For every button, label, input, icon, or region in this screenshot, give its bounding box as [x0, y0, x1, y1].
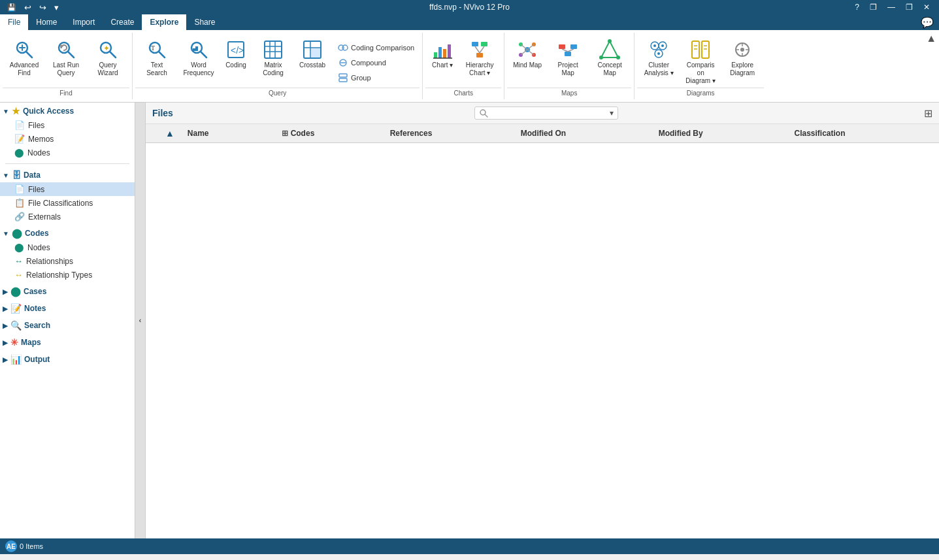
crosstab-btn[interactable]: Crosstab	[295, 37, 330, 84]
sidebar-group-data[interactable]: ▼ 🗄 Data	[0, 168, 135, 182]
qat-redo[interactable]: ↪	[37, 2, 48, 13]
memos-icon: 📝	[14, 134, 25, 144]
col-modified-by-header[interactable]: Modified By	[652, 124, 788, 143]
matrix-coding-btn[interactable]: Matrix Coding	[253, 37, 293, 84]
hierarchy-chart-btn[interactable]: Hierarchy Chart ▾	[459, 37, 500, 84]
col-separator	[262, 124, 275, 143]
sidebar-group-search[interactable]: ▶ 🔍 Search	[0, 318, 135, 333]
project-map-btn[interactable]: Project Map	[548, 37, 588, 84]
sidebar-item-qa-files[interactable]: 📄 Files	[0, 118, 135, 132]
rel-types-icon: ↔	[14, 270, 23, 280]
text-search-label: Text Search	[141, 61, 173, 77]
col-modified-on-header[interactable]: Modified On	[514, 124, 652, 143]
view-options-btn[interactable]: ⊞	[924, 107, 932, 120]
data-icon: 🗄	[12, 170, 21, 180]
sidebar-item-externals[interactable]: 🔗 Externals	[0, 210, 135, 223]
col-references-label: References	[390, 129, 433, 138]
expand-data-icon: ▼	[3, 172, 9, 179]
sidebar-group-notes[interactable]: ▶ 📝 Notes	[0, 301, 135, 316]
content-header: Files ▾ ⊞	[146, 103, 939, 124]
sidebar-section-search: ▶ 🔍 Search	[0, 317, 135, 334]
compound-btn[interactable]: Compound	[334, 56, 418, 70]
sidebar-item-nodes[interactable]: ⬤ Nodes	[0, 240, 135, 254]
restore-btn[interactable]: ❐	[866, 3, 881, 12]
chart-btn[interactable]: Chart ▾	[427, 37, 458, 84]
maximize-btn[interactable]: ❐	[902, 3, 917, 12]
coding-comparison-icon	[338, 42, 348, 53]
group-btn[interactable]: Group	[334, 71, 418, 85]
svg-rect-18	[265, 41, 282, 58]
sidebar-item-relationships[interactable]: ↔ Relationships	[0, 254, 135, 268]
sidebar-group-quick-access[interactable]: ▼ ★ Quick Access	[0, 104, 135, 118]
comparison-diagram-btn[interactable]: Comparison Diagram ▾	[680, 37, 721, 84]
sidebar-item-qa-nodes[interactable]: ⬤ Nodes	[0, 146, 135, 159]
sidebar-group-output[interactable]: ▶ 📊 Output	[0, 352, 135, 367]
qat-more[interactable]: ▾	[52, 2, 61, 13]
menu-home[interactable]: Home	[28, 14, 65, 30]
qa-files-label: Files	[28, 121, 44, 130]
codes-icon: ⬤	[12, 228, 22, 239]
minimize-btn[interactable]: —	[883, 3, 899, 12]
content-search-input[interactable]	[491, 108, 610, 118]
last-run-query-btn[interactable]: Last Run Query	[46, 37, 86, 84]
svg-rect-34	[438, 47, 442, 58]
menu-explore[interactable]: Explore	[142, 14, 186, 30]
sidebar-item-file-classifications[interactable]: 📋 File Classifications	[0, 196, 135, 210]
qat-undo[interactable]: ↩	[22, 2, 33, 13]
menu-create[interactable]: Create	[103, 14, 142, 30]
sidebar-item-data-files[interactable]: 📄 Files	[0, 182, 135, 196]
explore-diagram-btn[interactable]: Explore Diagram	[722, 37, 763, 84]
col-name-header[interactable]: Name	[181, 124, 262, 143]
codes-label: Codes	[25, 229, 49, 238]
search-dropdown-btn[interactable]: ▾	[610, 108, 614, 118]
concept-map-btn[interactable]: Concept Map	[589, 37, 630, 84]
advanced-find-btn[interactable]: Advanced Find	[4, 37, 44, 84]
svg-line-41	[475, 46, 480, 53]
expand-cases-icon: ▶	[3, 288, 8, 295]
sidebar-item-relationship-types[interactable]: ↔ Relationship Types	[0, 268, 135, 282]
col-sort-icon[interactable]: ▲	[146, 124, 181, 143]
svg-line-5	[68, 52, 74, 58]
sidebar-section-codes: ▼ ⬤ Codes ⬤ Nodes ↔ Relationships ↔ Rela…	[0, 225, 135, 283]
svg-line-55	[562, 49, 568, 52]
sidebar-toggle-btn[interactable]: ‹	[135, 103, 146, 538]
chat-icon: 💬	[921, 16, 934, 29]
text-search-btn[interactable]: T Text Search	[137, 37, 177, 84]
sidebar-group-maps[interactable]: ▶ ✳ Maps	[0, 335, 135, 350]
ribbon: ▲ Advanced Find	[0, 30, 939, 103]
svg-rect-40	[476, 53, 483, 58]
sidebar-group-cases[interactable]: ▶ ⬤ Cases	[0, 284, 135, 299]
qat-save[interactable]: 💾	[5, 3, 18, 12]
sidebar-section-quick-access: ▼ ★ Quick Access 📄 Files 📝 Memos ⬤ Nodes	[0, 103, 135, 161]
diagrams-group-label: Diagrams	[637, 88, 764, 98]
ribbon-collapse-btn[interactable]: ▲	[926, 33, 936, 44]
svg-line-10	[159, 52, 165, 58]
sidebar-group-codes[interactable]: ▼ ⬤ Codes	[0, 226, 135, 240]
crosstab-label: Crosstab	[299, 61, 325, 69]
svg-rect-68	[702, 41, 709, 58]
maps-group-label: Maps	[507, 88, 631, 98]
svg-rect-52	[559, 44, 565, 49]
col-codes-header[interactable]: ⊞ Codes	[275, 124, 383, 143]
sidebar-item-qa-memos[interactable]: 📝 Memos	[0, 132, 135, 146]
mind-map-btn[interactable]: Mind Map	[508, 37, 546, 84]
coding-btn[interactable]: </> Coding	[220, 37, 252, 84]
coding-comparison-btn[interactable]: Coding Comparison	[334, 41, 418, 55]
close-btn[interactable]: ✕	[919, 3, 934, 12]
notes-icon: 📝	[10, 303, 22, 314]
help-btn[interactable]: ?	[851, 3, 863, 12]
qa-nodes-label: Nodes	[27, 148, 50, 157]
menu-import[interactable]: Import	[65, 14, 103, 30]
content-search-box[interactable]: ▾	[474, 107, 618, 120]
word-frequency-btn[interactable]: Word Frequency	[178, 37, 219, 84]
chart-label: Chart ▾	[432, 61, 453, 69]
col-classification-header[interactable]: Classification	[787, 124, 939, 143]
menu-file[interactable]: File	[0, 14, 28, 30]
query-wizard-btn[interactable]: ✦ Query Wizard	[88, 37, 128, 84]
cluster-analysis-btn[interactable]: Cluster Analysis ▾	[638, 37, 679, 84]
last-run-query-label: Last Run Query	[50, 61, 82, 77]
sidebar-section-output: ▶ 📊 Output	[0, 351, 135, 368]
col-references-header[interactable]: References	[384, 124, 514, 143]
menu-share[interactable]: Share	[186, 14, 223, 30]
group-label: Group	[351, 74, 371, 82]
